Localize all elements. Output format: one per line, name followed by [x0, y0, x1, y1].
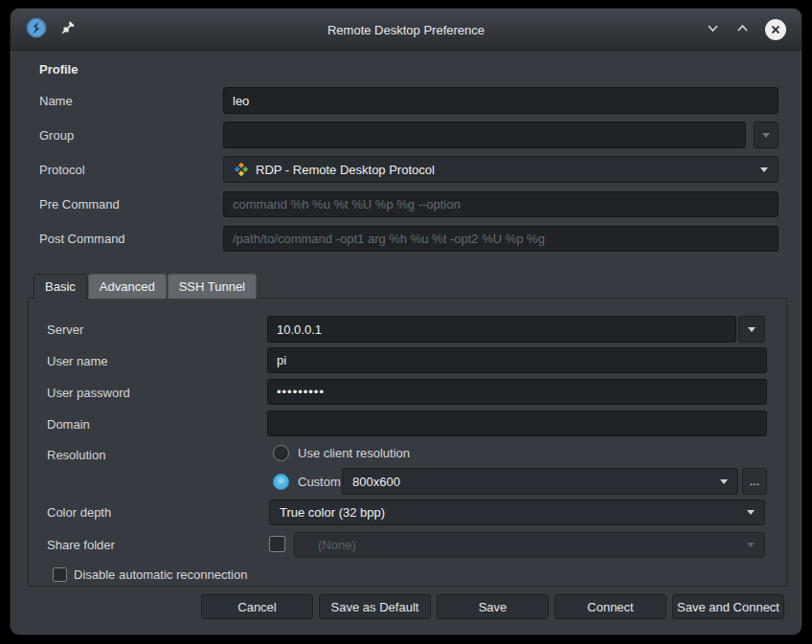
- resolution-more-button[interactable]: ...: [742, 468, 767, 495]
- close-button[interactable]: [765, 19, 786, 40]
- chevron-down-icon: [762, 133, 770, 138]
- post-command-label: Post Command: [39, 232, 125, 246]
- chevron-down-icon: [747, 510, 755, 515]
- share-folder-label: Share folder: [47, 538, 115, 552]
- save-and-connect-button[interactable]: Save and Connect: [672, 594, 784, 619]
- disable-reconnect-label: Disable automatic reconnection: [74, 567, 247, 582]
- window-title: Remote Desktop Preference: [11, 9, 801, 51]
- rdp-protocol-icon: [234, 162, 249, 177]
- tab-basic[interactable]: Basic: [34, 274, 87, 300]
- chevron-down-icon: [720, 479, 728, 484]
- protocol-dropdown[interactable]: RDP - Remote Desktop Protocol: [223, 156, 778, 183]
- server-dropdown-button[interactable]: [738, 316, 765, 343]
- connect-button[interactable]: Connect: [554, 594, 666, 619]
- remote-desktop-preference-window: Remote Desktop Preference: [10, 8, 802, 635]
- tab-advanced[interactable]: Advanced: [88, 274, 167, 299]
- cancel-button[interactable]: Cancel: [201, 594, 313, 619]
- radio-use-client-resolution[interactable]: [273, 445, 289, 461]
- pre-command-label: Pre Command: [39, 197, 120, 211]
- action-button-row: Cancel Save as Default Save Connect Save…: [201, 594, 784, 619]
- close-icon: [770, 24, 781, 35]
- titlebar: Remote Desktop Preference: [11, 9, 801, 51]
- chevron-down-icon: [760, 167, 768, 172]
- share-folder-value: (None): [318, 538, 356, 552]
- name-label: Name: [39, 94, 73, 108]
- username-label: User name: [47, 354, 108, 368]
- radio-custom[interactable]: [273, 474, 289, 490]
- color-depth-label: Color depth: [47, 505, 111, 520]
- profile-section-label: Profile: [39, 62, 78, 77]
- share-folder-dropdown: (None): [294, 532, 765, 558]
- group-label: Group: [39, 128, 74, 143]
- custom-resolution-value: 800x600: [352, 475, 400, 489]
- share-folder-checkbox[interactable]: [269, 536, 285, 552]
- shade-button[interactable]: [706, 21, 720, 39]
- pin-icon[interactable]: [60, 20, 76, 39]
- unshade-button[interactable]: [735, 21, 750, 39]
- disable-reconnect-checkbox[interactable]: [53, 567, 67, 582]
- chevron-down-icon: [747, 543, 755, 547]
- custom-resolution-label: Custom: [298, 475, 341, 489]
- group-dropdown-button[interactable]: [754, 122, 778, 148]
- color-depth-dropdown[interactable]: True color (32 bpp): [269, 500, 765, 525]
- domain-label: Domain: [47, 417, 90, 432]
- post-command-input[interactable]: [223, 226, 778, 252]
- server-label: Server: [47, 322, 83, 337]
- domain-input[interactable]: [267, 411, 767, 436]
- resolution-label: Resolution: [47, 448, 105, 462]
- group-input[interactable]: [223, 122, 746, 148]
- name-input[interactable]: [223, 87, 778, 114]
- color-depth-value: True color (32 bpp): [280, 505, 385, 520]
- password-label: User password: [47, 386, 130, 400]
- remmina-logo-icon: [26, 17, 47, 42]
- password-input[interactable]: [267, 379, 767, 405]
- tab-strip: Basic Advanced SSH Tunnel: [34, 274, 258, 300]
- pre-command-input[interactable]: [223, 191, 778, 217]
- save-as-default-button[interactable]: Save as Default: [319, 594, 431, 619]
- protocol-label: Protocol: [39, 163, 85, 177]
- save-button[interactable]: Save: [437, 594, 549, 619]
- custom-resolution-dropdown[interactable]: 800x600: [342, 468, 738, 495]
- chevron-down-icon: [748, 327, 756, 332]
- use-client-resolution-label: Use client resolution: [298, 446, 410, 460]
- server-input[interactable]: [267, 316, 736, 343]
- username-input[interactable]: [267, 347, 767, 373]
- tab-ssh-tunnel[interactable]: SSH Tunnel: [168, 274, 257, 299]
- protocol-value: RDP - Remote Desktop Protocol: [256, 163, 435, 177]
